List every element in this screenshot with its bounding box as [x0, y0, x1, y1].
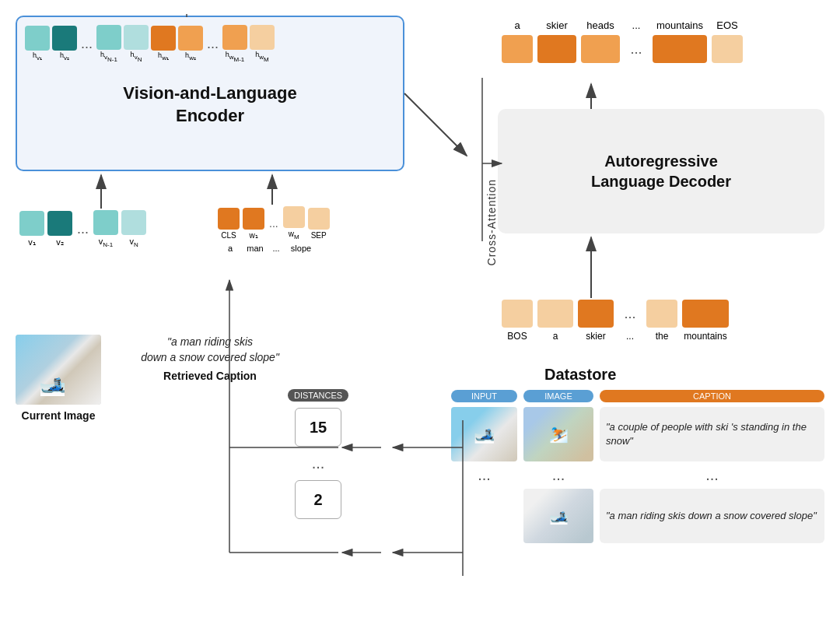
out-block-skier [537, 35, 576, 63]
dec-in-label-dots: ... [618, 331, 642, 342]
out-label-eos: EOS [712, 19, 743, 31]
decoder-input-section: ... BOS a skier ... the mountains [498, 300, 824, 342]
out-block-dots: ... [625, 41, 648, 58]
token-hw1: hw₁ [151, 26, 176, 61]
token-hv2: hv₂ [52, 26, 77, 61]
ds-caption-box1: "a couple of people with ski 's standing… [600, 407, 824, 461]
vis-tok-v1: v₁ [19, 211, 44, 247]
vis-tok-v2: v₂ [47, 211, 72, 247]
ar-decoder-box: AutoregressiveLanguage Decoder [498, 109, 824, 233]
ds-input-thumb: 🎿 [451, 407, 517, 461]
token-hvn1: hvN-1 [96, 25, 121, 62]
dec-in-dots: ... [618, 306, 642, 322]
svg-line-4 [404, 93, 467, 156]
dec-in-label-a: a [537, 331, 573, 342]
distance-value-2: 2 [295, 480, 341, 519]
dots1: ... [81, 36, 93, 52]
datastore-section: Datastore INPUT IMAGE CAPTION 🎿 [451, 366, 824, 543]
sublabel-man: man [244, 244, 266, 253]
badge-image: IMAGE [523, 390, 593, 402]
dec-in-block-a [537, 300, 573, 328]
decoder-title: AutoregressiveLanguage Decoder [591, 151, 731, 191]
distances-col: DISTANCES 15 ... 2 [288, 389, 348, 519]
token-hwm1: hwM-1 [222, 25, 247, 62]
skier-image [16, 335, 101, 405]
out-block-a [502, 35, 533, 63]
text-dots: ... [269, 217, 278, 230]
text-tok-wm: wM [283, 206, 305, 240]
token-hv1: hv₁ [25, 26, 50, 61]
vis-dots: ... [77, 221, 89, 237]
distances-dots: ... [312, 454, 325, 472]
sublabel-slope: slope [286, 244, 316, 253]
current-image-thumb [16, 335, 101, 405]
vl-encoder-box: hv₁ hv₂ ... hvN-1 hvN hw₁ hw₂ [16, 16, 404, 171]
current-image-box: Current Image [16, 335, 101, 422]
retrieved-caption-text: "a man riding skisdown a snow covered sl… [141, 335, 279, 365]
text-tok-cls: CLS [218, 208, 240, 240]
text-tok-w1: w₁ [243, 208, 264, 240]
dec-in-block-bos [502, 300, 533, 328]
dec-in-block-mountains [682, 300, 729, 328]
vis-tok-vn: vN [121, 210, 146, 248]
ds-dots-col2: ... [523, 466, 593, 484]
badge-input: INPUT [451, 390, 517, 402]
ds-dots-col3: ... [600, 466, 824, 484]
dec-in-label-the: the [646, 331, 677, 342]
distances-badge: DISTANCES [288, 389, 348, 402]
token-hwm: hwM [250, 25, 275, 62]
distance-value-15: 15 [295, 408, 341, 447]
out-label-heads: heads [581, 19, 620, 31]
retrieved-caption-label: Retrieved Caption [163, 370, 257, 382]
out-label-mountains: mountains [653, 19, 707, 31]
token-hw2: hw₂ [178, 26, 203, 61]
out-block-heads [581, 35, 620, 63]
dec-in-label-skier: skier [578, 331, 614, 342]
vis-tok-vn1: vN-1 [93, 210, 118, 248]
out-label-a: a [502, 19, 533, 31]
out-block-mountains [653, 35, 707, 63]
out-label-skier: skier [537, 19, 576, 31]
retrieved-caption-box: "a man riding skisdown a snow covered sl… [124, 335, 296, 382]
sublabel-dots: ... [269, 244, 283, 253]
dec-in-block-skier [578, 300, 614, 328]
out-label-dots: ... [625, 19, 648, 31]
ds-caption-box2: "a man riding skis down a snow covered s… [600, 489, 824, 543]
text-tok-sep: SEP [308, 208, 330, 240]
ds-image-thumb1: ⛷️ [523, 407, 593, 461]
encoder-title: Vision-and-LanguageEncoder [123, 82, 296, 127]
token-hvn: hvN [124, 25, 149, 62]
output-tokens-section: a skier heads ... mountains EOS ... [498, 19, 824, 63]
dots2: ... [207, 36, 219, 52]
current-image-label: Current Image [22, 409, 96, 422]
diagram-container: hv₁ hv₂ ... hvN-1 hvN hw₁ hw₂ [0, 0, 840, 621]
dec-in-block-the [646, 300, 677, 328]
datastore-title: Datastore [451, 366, 824, 384]
ds-image-thumb2: 🎿 [523, 489, 593, 543]
dec-in-label-mountains: mountains [682, 331, 729, 342]
badge-caption: CAPTION [600, 390, 824, 402]
cross-attention-label: Cross-Attention [485, 179, 498, 265]
sublabel-a: a [219, 244, 241, 253]
text-tokens-group: CLS w₁ ... wM SEP a man ... slope [218, 206, 330, 253]
out-block-eos [712, 35, 743, 63]
ds-dots-col1: ... [451, 466, 517, 484]
dec-in-label-bos: BOS [502, 331, 533, 342]
visual-tokens-group: v₁ v₂ ... vN-1 vN [19, 210, 146, 248]
